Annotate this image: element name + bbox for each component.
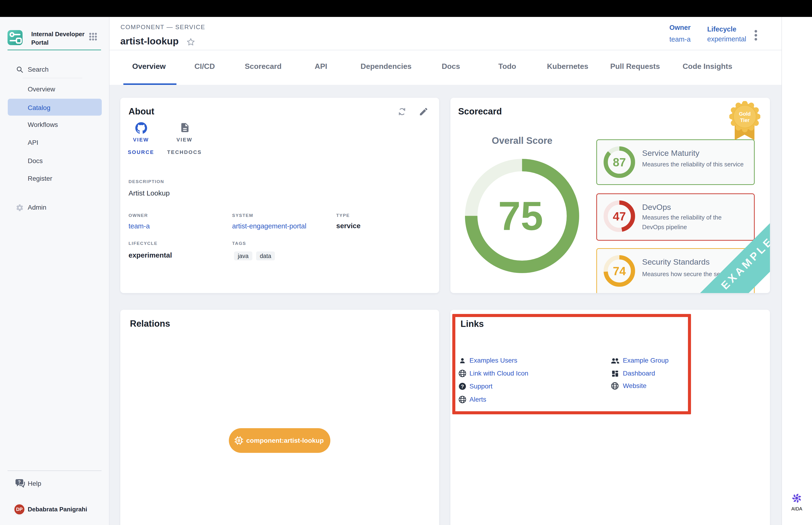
- svg-text:Gold: Gold: [739, 111, 751, 117]
- svg-text:Tier: Tier: [740, 117, 750, 123]
- svg-text:47: 47: [613, 210, 626, 223]
- svg-text:74: 74: [613, 265, 626, 278]
- svg-text:87: 87: [613, 156, 626, 169]
- svg-text:?: ?: [18, 479, 21, 484]
- svg-text:75: 75: [498, 193, 543, 238]
